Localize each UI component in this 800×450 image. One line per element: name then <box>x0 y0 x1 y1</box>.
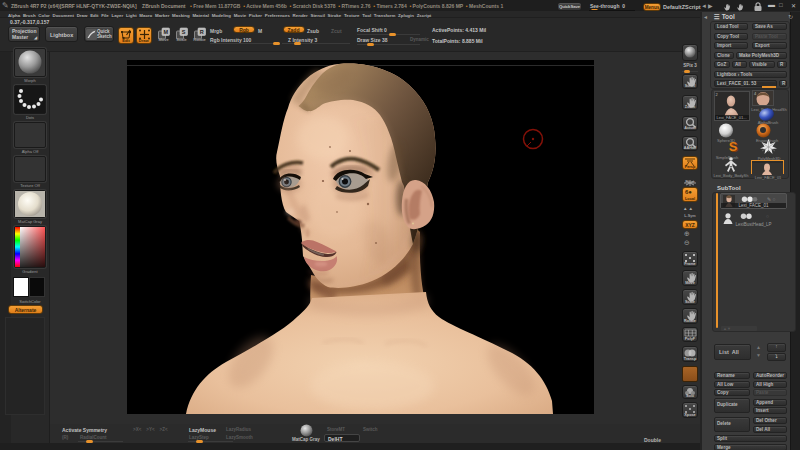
svg-text:M: M <box>163 29 168 35</box>
svg-text:R: R <box>200 29 204 35</box>
svg-text:S: S <box>182 29 186 35</box>
